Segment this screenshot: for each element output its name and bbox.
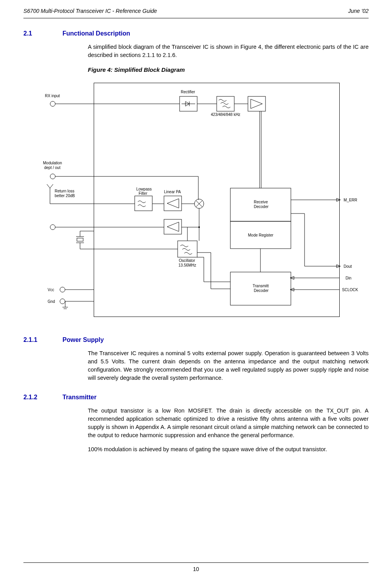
section-2-1: 2.1 Functional Description	[23, 30, 369, 37]
svg-marker-38	[167, 222, 179, 231]
paragraph: The Transceiver IC requires a nominal 5 …	[88, 349, 369, 382]
rx-input-label: RX input	[45, 94, 60, 98]
block-diagram: RX input Rectifier 423/484/848 kHz Modul…	[23, 79, 367, 325]
page-header: S6700 Multi-Protocol Transceiver IC - Re…	[23, 0, 369, 18]
svg-marker-9	[251, 99, 262, 109]
gnd-label: Gnd	[48, 299, 55, 304]
section-title: Power Supply	[62, 336, 104, 343]
modulation-label-1: Modulation	[43, 161, 62, 165]
mode-register-label: Mode Register	[248, 233, 273, 237]
svg-rect-35	[135, 196, 152, 211]
svg-marker-33	[167, 199, 179, 208]
vcc-label: Vcc	[48, 288, 54, 292]
svg-rect-6	[217, 96, 234, 111]
din-label: Din	[346, 276, 351, 280]
lowpass-label-2: Filter	[139, 191, 147, 196]
page-number: 10	[193, 566, 199, 572]
oscillator-label-1: Oscillator	[179, 258, 195, 263]
transmit-label-2: Decoder	[254, 288, 269, 293]
return-loss-label-1: Return loss	[55, 189, 75, 193]
section-2-1-2: 2.1.2 Transmitter	[23, 394, 369, 401]
oscillator-label-2: 13.56MHz	[178, 263, 196, 267]
modulation-label-2: dept / out	[44, 165, 61, 170]
transmit-label-1: Transmitt	[253, 284, 269, 288]
modulation-pin	[50, 174, 55, 179]
receive-label-2: Decoder	[254, 205, 269, 209]
linear-pa-label: Linear PA	[164, 190, 181, 194]
paragraph: The output transistor is a low Ron MOSFE…	[88, 407, 369, 439]
header-right: June '02	[348, 8, 369, 14]
section-2-1-1: 2.1.1 Power Supply	[23, 336, 369, 343]
rx-input-pin	[50, 101, 55, 107]
vcc-pin	[60, 287, 65, 292]
rectifier-label: Rectifier	[181, 90, 195, 94]
paragraph: 100% modulation is achieved by means of …	[88, 445, 369, 454]
paragraph: A simplified block diagram of the Transc…	[88, 43, 369, 59]
m-err-label: M_ERR	[344, 198, 357, 202]
section-title: Transmitter	[62, 394, 96, 401]
freq-label: 423/484/848 kHz	[211, 112, 241, 117]
section-number: 2.1.2	[23, 394, 62, 401]
figure-caption: Figure 4: Simplified Block Diagram	[88, 66, 369, 73]
gnd-pin	[60, 299, 65, 304]
page-footer: 10	[23, 562, 369, 572]
section-number: 2.1.1	[23, 336, 62, 343]
dout-label: Dout	[344, 264, 352, 269]
return-loss-label-2: better 20dB	[55, 194, 75, 198]
tx-out-pin	[50, 224, 55, 230]
svg-rect-52	[77, 238, 83, 241]
diagram-svg	[23, 79, 367, 325]
section-title: Functional Description	[62, 30, 130, 37]
receive-label-1: Receive	[254, 200, 268, 204]
section-number: 2.1	[23, 30, 62, 37]
svg-rect-43	[178, 241, 197, 257]
sclock-label: SCLOCK	[342, 288, 358, 292]
header-left: S6700 Multi-Protocol Transceiver IC - Re…	[23, 8, 157, 14]
lowpass-label-1: Lowpass	[136, 187, 151, 191]
